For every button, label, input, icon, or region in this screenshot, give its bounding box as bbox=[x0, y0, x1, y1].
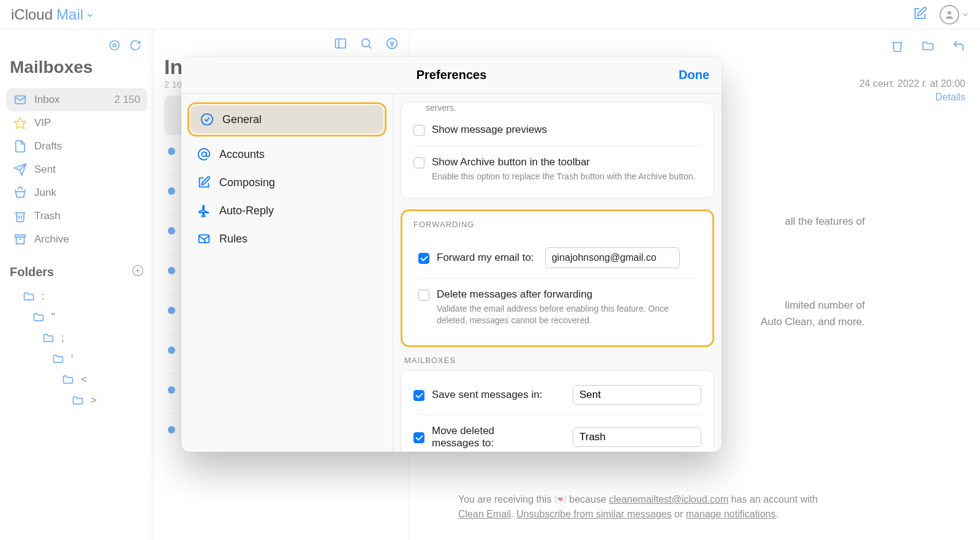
checkbox-save-sent[interactable] bbox=[413, 390, 424, 401]
nav-auto-reply[interactable]: Auto-Reply bbox=[187, 197, 386, 225]
rules-icon bbox=[197, 232, 211, 246]
nav-label: Auto-Reply bbox=[219, 204, 274, 217]
nav-label: Accounts bbox=[219, 148, 265, 161]
checkbox-show-previews[interactable] bbox=[413, 125, 424, 136]
nav-accounts[interactable]: Accounts bbox=[187, 140, 386, 168]
svg-point-22 bbox=[202, 114, 213, 125]
option-label: Show Archive button in the toolbar bbox=[432, 156, 695, 168]
nav-rules[interactable]: Rules bbox=[187, 225, 386, 253]
highlight-general: General bbox=[187, 102, 386, 137]
section-mailboxes: Mailboxes bbox=[404, 356, 714, 365]
truncated-text: servers. bbox=[413, 103, 701, 119]
done-button[interactable]: Done bbox=[679, 68, 709, 82]
checkbox-move-deleted[interactable] bbox=[413, 432, 424, 443]
modal-title: Preferences bbox=[417, 68, 487, 82]
checkbox-show-archive[interactable] bbox=[413, 157, 424, 168]
option-label: Save sent messages in: bbox=[432, 389, 542, 401]
nav-general[interactable]: General bbox=[190, 105, 383, 133]
option-label: Forward my email to: bbox=[437, 252, 534, 264]
nav-label: General bbox=[222, 113, 262, 126]
compose-icon bbox=[197, 176, 211, 189]
option-label: Delete messages after forwarding bbox=[437, 288, 696, 301]
checkbox-delete-after-forward[interactable] bbox=[418, 290, 429, 301]
check-circle-icon bbox=[200, 113, 214, 126]
nav-composing[interactable]: Composing bbox=[187, 168, 386, 197]
preferences-content[interactable]: servers. Show message previews Show Arch… bbox=[393, 94, 722, 452]
highlight-forwarding: Forwarding Forward my email to: Delete m… bbox=[401, 209, 714, 347]
at-icon bbox=[197, 148, 211, 161]
forward-to-input[interactable] bbox=[545, 247, 680, 268]
save-sent-select[interactable]: Sent bbox=[573, 385, 701, 405]
preferences-nav: General Accounts Composing Auto-Reply Ru… bbox=[181, 94, 393, 452]
nav-label: Composing bbox=[219, 176, 275, 189]
svg-point-23 bbox=[202, 152, 206, 156]
preferences-modal: Preferences Done General Accounts Compos… bbox=[181, 57, 722, 452]
move-deleted-select[interactable]: Trash bbox=[573, 427, 701, 447]
option-label: Show message previews bbox=[432, 124, 547, 136]
section-forwarding: Forwarding bbox=[413, 220, 709, 229]
option-description: Validate the email address before enabli… bbox=[437, 303, 696, 327]
nav-label: Rules bbox=[219, 233, 247, 246]
option-description: Enable this option to replace the Trash … bbox=[432, 171, 695, 183]
airplane-icon bbox=[197, 204, 211, 217]
option-label: Move deleted messages to: bbox=[432, 425, 542, 449]
checkbox-forward-email[interactable] bbox=[418, 253, 429, 264]
